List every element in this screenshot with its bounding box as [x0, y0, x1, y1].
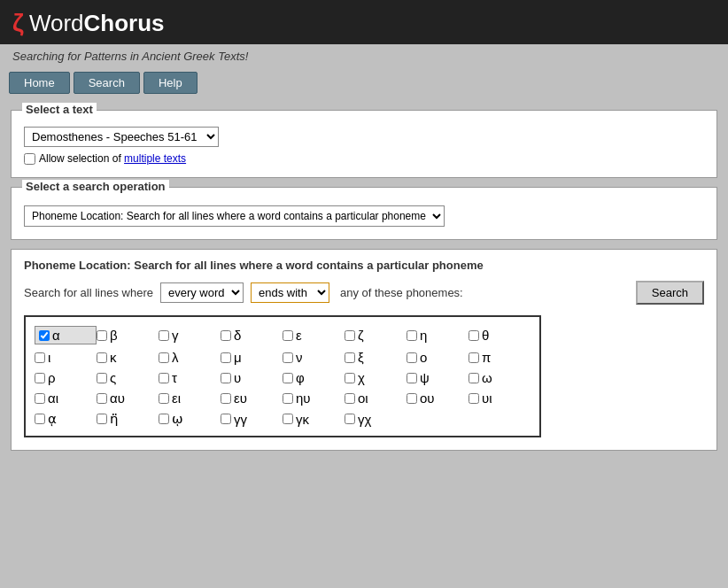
- phoneme-label-γγ[interactable]: γγ: [234, 412, 247, 427]
- navbar: Home Search Help: [0, 68, 728, 101]
- phoneme-label-θ[interactable]: θ: [482, 328, 489, 343]
- phoneme-label-δ[interactable]: δ: [234, 328, 241, 343]
- phoneme-checkbox-ου[interactable]: [407, 393, 417, 404]
- phoneme-label-αυ[interactable]: αυ: [110, 391, 125, 406]
- phoneme-checkbox-λ[interactable]: [159, 352, 169, 363]
- home-button[interactable]: Home: [9, 72, 70, 94]
- phoneme-label-π[interactable]: π: [482, 350, 491, 365]
- phoneme-cell: υ: [221, 370, 283, 385]
- phoneme-label-ει[interactable]: ει: [172, 391, 181, 406]
- phoneme-label-ψ[interactable]: ψ: [420, 370, 430, 385]
- phoneme-label-ῳ[interactable]: ῳ: [172, 411, 183, 427]
- phoneme-checkbox-η̈[interactable]: [97, 414, 107, 424]
- phoneme-checkbox-ι[interactable]: [35, 352, 45, 363]
- phoneme-checkbox-ε[interactable]: [283, 330, 293, 341]
- phoneme-checkbox-κ[interactable]: [97, 352, 107, 363]
- text-select-row: Demosthenes - Speeches 51-61: [24, 127, 704, 147]
- phoneme-cell: γκ: [283, 411, 345, 427]
- phoneme-label-ξ[interactable]: ξ: [358, 350, 364, 365]
- phoneme-checkbox-γκ[interactable]: [283, 414, 293, 424]
- phoneme-checkbox-γ[interactable]: [159, 330, 169, 341]
- phoneme-label-η̈[interactable]: η̈: [110, 411, 119, 427]
- phoneme-label-ε[interactable]: ε: [296, 328, 302, 343]
- phoneme-label-ευ[interactable]: ευ: [234, 391, 247, 406]
- phoneme-checkbox-ηυ[interactable]: [283, 393, 293, 404]
- multiple-texts-label[interactable]: Allow selection of multiple texts: [39, 152, 186, 165]
- phoneme-label-χ[interactable]: χ: [358, 370, 365, 385]
- text-dropdown[interactable]: Demosthenes - Speeches 51-61: [24, 127, 219, 147]
- phoneme-checkbox-β[interactable]: [97, 330, 107, 341]
- phoneme-label-γχ[interactable]: γχ: [358, 412, 371, 427]
- phoneme-checkbox-υ[interactable]: [221, 373, 231, 383]
- phoneme-checkbox-δ[interactable]: [221, 330, 231, 341]
- phoneme-checkbox-υι[interactable]: [469, 393, 479, 404]
- phoneme-label-η[interactable]: η: [420, 328, 427, 343]
- phoneme-checkbox-ῳ[interactable]: [159, 414, 169, 424]
- phoneme-checkbox-γγ[interactable]: [221, 414, 231, 424]
- phoneme-cell: ς: [97, 370, 159, 385]
- phoneme-checkbox-ν[interactable]: [283, 352, 293, 363]
- logo-chorus: Chorus: [84, 10, 165, 36]
- phoneme-search-button[interactable]: Search: [636, 281, 704, 305]
- phoneme-label-γκ[interactable]: γκ: [296, 412, 309, 427]
- phoneme-label-ου[interactable]: ου: [420, 391, 435, 406]
- phoneme-label-ι[interactable]: ι: [48, 350, 50, 365]
- phoneme-checkbox-ο[interactable]: [407, 352, 417, 363]
- phoneme-cell: ι: [35, 350, 97, 365]
- phoneme-checkbox-οι[interactable]: [345, 393, 355, 404]
- phoneme-label-οι[interactable]: οι: [358, 391, 368, 406]
- phoneme-checkbox-αυ[interactable]: [97, 393, 107, 404]
- phoneme-cell: ξ: [345, 350, 407, 365]
- phoneme-checkbox-π[interactable]: [469, 352, 479, 363]
- phoneme-cell: ο: [407, 350, 469, 365]
- phoneme-checkbox-θ[interactable]: [469, 330, 479, 341]
- word-condition-dropdown[interactable]: every word any word no word: [160, 282, 244, 303]
- phoneme-checkbox-ς[interactable]: [97, 373, 107, 383]
- phoneme-checkbox-ω[interactable]: [469, 373, 479, 383]
- multiple-texts-link[interactable]: multiple texts: [124, 152, 186, 165]
- phoneme-label-υι[interactable]: υι: [482, 391, 492, 406]
- phoneme-label-ηυ[interactable]: ηυ: [296, 391, 311, 406]
- phoneme-label-ρ[interactable]: ρ: [48, 370, 56, 385]
- phoneme-label-μ[interactable]: μ: [234, 350, 242, 365]
- phoneme-label-ζ[interactable]: ζ: [358, 328, 364, 343]
- phoneme-checkbox-η[interactable]: [407, 330, 417, 341]
- phoneme-grid: αβγδεζηθικλμνξοπρςτυφχψωαιαυειευηυοιουυι…: [35, 326, 531, 427]
- operation-dropdown[interactable]: Phoneme Location: Search for all lines w…: [24, 205, 445, 227]
- phoneme-label-α[interactable]: α: [52, 328, 60, 343]
- phoneme-label-φ[interactable]: φ: [296, 370, 305, 385]
- phoneme-checkbox-φ[interactable]: [283, 373, 293, 383]
- phoneme-label-λ[interactable]: λ: [172, 350, 179, 365]
- phoneme-label-γ[interactable]: γ: [172, 328, 179, 343]
- phoneme-checkbox-ψ[interactable]: [407, 373, 417, 383]
- phoneme-label-β[interactable]: β: [110, 328, 118, 343]
- phoneme-checkbox-ζ[interactable]: [345, 330, 355, 341]
- phoneme-cell: ηυ: [283, 391, 345, 406]
- phoneme-label-τ[interactable]: τ: [172, 370, 177, 385]
- phoneme-checkbox-ει[interactable]: [159, 393, 169, 404]
- phoneme-checkbox-τ[interactable]: [159, 373, 169, 383]
- phoneme-checkbox-αι[interactable]: [35, 393, 45, 404]
- phoneme-label-ς[interactable]: ς: [110, 370, 116, 385]
- phoneme-label-ᾳ[interactable]: ᾳ: [48, 411, 57, 427]
- logo-zeta-icon: ζ: [12, 9, 24, 37]
- phoneme-label-ο[interactable]: ο: [420, 350, 427, 365]
- phoneme-label-υ[interactable]: υ: [234, 370, 241, 385]
- help-button[interactable]: Help: [143, 72, 197, 94]
- phoneme-checkbox-ξ[interactable]: [345, 352, 355, 363]
- phoneme-label-ω[interactable]: ω: [482, 370, 492, 385]
- position-condition-dropdown[interactable]: ends with starts with contains: [251, 282, 329, 303]
- phoneme-label-κ[interactable]: κ: [110, 350, 117, 365]
- phoneme-checkbox-α[interactable]: [39, 330, 50, 341]
- multiple-texts-checkbox[interactable]: [24, 153, 35, 165]
- search-nav-button[interactable]: Search: [74, 72, 140, 94]
- phoneme-checkbox-μ[interactable]: [221, 352, 231, 363]
- phoneme-label-ν[interactable]: ν: [296, 350, 303, 365]
- select-text-section: Select a text Demosthenes - Speeches 51-…: [11, 110, 717, 178]
- phoneme-label-αι[interactable]: αι: [48, 391, 58, 406]
- phoneme-checkbox-ρ[interactable]: [35, 373, 45, 383]
- phoneme-checkbox-ᾳ[interactable]: [35, 414, 45, 424]
- phoneme-checkbox-χ[interactable]: [345, 373, 355, 383]
- phoneme-checkbox-ευ[interactable]: [221, 393, 231, 404]
- phoneme-checkbox-γχ[interactable]: [345, 414, 355, 424]
